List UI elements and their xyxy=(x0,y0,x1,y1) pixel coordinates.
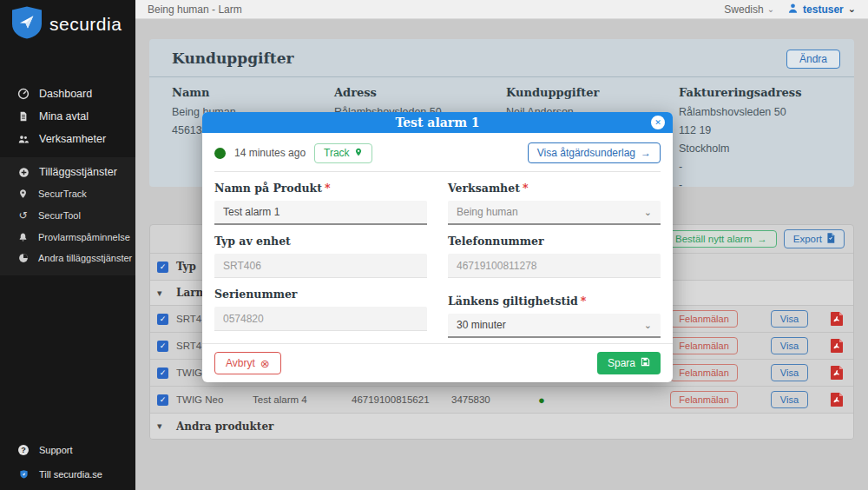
map-pin-icon xyxy=(354,147,363,160)
sidebar-item-label: SecurTool xyxy=(38,210,81,221)
verksamhet-select[interactable]: Being human ⌄ xyxy=(448,201,661,225)
chevron-down-icon[interactable]: ▾ xyxy=(157,288,162,299)
cell-namn: Test alarm 4 xyxy=(253,394,352,405)
customer-col-faktureringsadress: Faktureringsadress Rålambshovsleden 50 1… xyxy=(679,86,854,195)
link-validity-value: 30 minuter xyxy=(457,319,506,331)
sidebar-item-provlarmspaminnelse[interactable]: Provlarmspåminnelse xyxy=(0,227,135,248)
phone-number-input xyxy=(448,254,661,278)
row-checkbox[interactable]: ✓ xyxy=(157,341,168,352)
cancel-circle-icon: ⊗ xyxy=(260,358,270,369)
sidebar-item-label: Verksamheter xyxy=(39,133,106,145)
modal-title: Test alarm 1 xyxy=(395,116,479,129)
sidebar-item-andra-tillaggsstjanster[interactable]: Andra tilläggsstjänster xyxy=(0,248,135,268)
report-fault-button[interactable]: Felanmälan xyxy=(670,337,737,354)
question-icon: ? xyxy=(17,445,30,455)
link-validity-select[interactable]: 30 minuter ⌄ xyxy=(448,314,661,338)
language-selector[interactable]: Swedish ⌄ xyxy=(724,3,774,16)
modal-header: Test alarm 1 ✕ xyxy=(202,112,673,133)
page-title: Being human - Larm xyxy=(148,3,242,16)
cancel-label: Avbryt xyxy=(226,357,255,369)
order-new-alarm-button[interactable]: Beställ nytt alarm → xyxy=(666,230,777,248)
cell-serienummer: 3475830 xyxy=(451,394,538,405)
bell-icon xyxy=(17,232,29,242)
sidebar-item-label: Till securdia.se xyxy=(39,469,102,480)
user-menu[interactable]: testuser ⌄ xyxy=(787,3,856,17)
sidebar-item-securtool[interactable]: ↺ SecurTool xyxy=(0,204,135,227)
sidebar-item-label: Andra tilläggsstjänster xyxy=(38,253,132,263)
pdf-icon[interactable] xyxy=(831,312,843,326)
arrow-right-icon: → xyxy=(757,234,767,244)
sidebar-item-till-securdia[interactable]: Till securdia.se xyxy=(0,462,135,487)
report-fault-button[interactable]: Felanmälan xyxy=(670,310,737,328)
sidebar-item-label: Mina avtal xyxy=(39,110,89,122)
section-row-andra-produkter[interactable]: ▾ Andra produkter xyxy=(150,414,853,439)
field-label-telefonnummer: Telefonnummer xyxy=(448,235,661,248)
column-value: Rålambshovsleden 50 xyxy=(679,103,854,122)
sidebar-item-support[interactable]: ? Support xyxy=(0,438,135,462)
sidebar-item-label: SecurTrack xyxy=(38,189,87,199)
sidebar-addon-group: Tilläggsstjänster SecurTrack ↺ SecurTool… xyxy=(0,157,135,275)
sidebar-item-verksamheter[interactable]: Verksamheter xyxy=(0,128,135,150)
verksamhet-value: Being human xyxy=(457,206,518,218)
sidebar-item-tillaggsstjanster[interactable]: Tilläggsstjänster xyxy=(0,161,135,183)
view-button[interactable]: Visa xyxy=(771,364,808,381)
save-label: Spara xyxy=(608,357,635,369)
sidebar-nav: Dashboard Mina avtal Verksamheter Tilläg… xyxy=(0,83,135,275)
pdf-icon[interactable] xyxy=(831,393,843,407)
pdf-icon[interactable] xyxy=(831,366,843,380)
cancel-button[interactable]: Avbryt ⊗ xyxy=(214,352,281,374)
modal-footer: Avbryt ⊗ Spara xyxy=(202,343,673,382)
column-header: Kunduppgifter xyxy=(506,86,679,99)
device-type-input xyxy=(214,254,427,278)
pdf-icon[interactable] xyxy=(831,339,843,353)
export-label: Export xyxy=(793,234,822,244)
modal-body: 14 minutes ago Track Visa åtgärdsunderla… xyxy=(202,133,673,343)
export-button[interactable]: Export xyxy=(784,229,845,248)
sidebar-item-mina-avtal[interactable]: Mina avtal xyxy=(0,105,135,128)
brand-name: securdia xyxy=(49,14,122,35)
save-disk-icon xyxy=(641,357,650,369)
edit-customer-button[interactable]: Ändra xyxy=(786,50,840,69)
view-button[interactable]: Visa xyxy=(771,310,808,328)
user-icon xyxy=(787,3,799,17)
sidebar: securdia Dashboard Mina avtal Verksamhet… xyxy=(0,0,135,490)
row-checkbox[interactable]: ✓ xyxy=(157,394,168,406)
column-value: - xyxy=(679,158,854,176)
sidebar-footer: ? Support Till securdia.se xyxy=(0,438,135,487)
row-checkbox[interactable]: ✓ xyxy=(157,314,168,325)
product-name-input[interactable] xyxy=(214,201,427,225)
view-button[interactable]: Visa xyxy=(771,337,808,354)
row-checkbox[interactable]: ✓ xyxy=(157,368,168,379)
sidebar-item-label: Support xyxy=(39,445,73,455)
chevron-down-icon: ⌄ xyxy=(644,208,652,217)
sidebar-item-label: Provlarmspåminnelse xyxy=(38,232,130,242)
chevron-down-icon: ⌄ xyxy=(848,4,856,14)
required-marker: * xyxy=(325,182,331,195)
report-fault-button[interactable]: Felanmälan xyxy=(670,391,737,408)
chevron-down-icon: ⌄ xyxy=(644,321,652,330)
track-button[interactable]: Track xyxy=(314,143,372,163)
column-value: 112 19 xyxy=(679,122,854,140)
view-button[interactable]: Visa xyxy=(771,391,808,408)
close-icon[interactable]: ✕ xyxy=(651,116,665,129)
select-all-checkbox[interactable]: ✓ xyxy=(157,262,168,273)
required-marker: * xyxy=(581,295,587,308)
column-header: Namn xyxy=(172,86,334,99)
chevron-down-icon[interactable]: ▾ xyxy=(157,420,162,432)
services-icon xyxy=(17,253,29,263)
column-value: - xyxy=(679,176,854,195)
status-dot: ● xyxy=(538,394,556,407)
brand[interactable]: securdia xyxy=(0,0,135,51)
required-marker: * xyxy=(523,182,529,195)
customer-card-title: Kunduppgifter xyxy=(172,50,293,67)
view-action-basis-button[interactable]: Visa åtgärdsunderlag → xyxy=(528,142,661,163)
status-time: 14 minutes ago xyxy=(234,147,306,159)
sidebar-item-dashboard[interactable]: Dashboard xyxy=(0,83,135,105)
arrow-right-icon: → xyxy=(641,147,651,159)
save-button[interactable]: Spara xyxy=(597,352,661,374)
report-fault-button[interactable]: Felanmälan xyxy=(670,364,737,381)
file-icon xyxy=(826,233,835,245)
securdia-shield-icon xyxy=(12,6,42,43)
sidebar-item-securtrack[interactable]: SecurTrack xyxy=(0,183,135,204)
language-label: Swedish xyxy=(724,3,763,16)
